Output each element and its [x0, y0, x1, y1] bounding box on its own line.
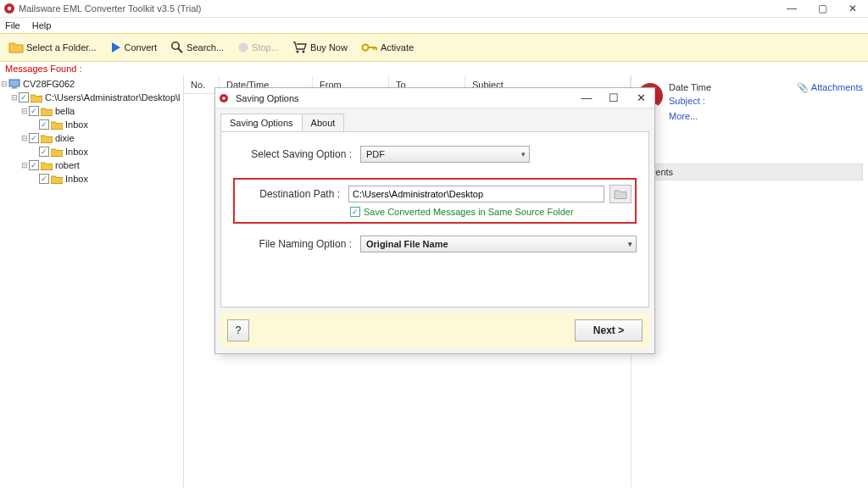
window-title: Mailsware EML Converter Toolkit v3.5 (Tr…: [19, 3, 776, 14]
collapse-icon[interactable]: ⊟: [20, 107, 29, 115]
saving-options-pane: Select Saving Option : PDF ▾ Destination…: [220, 131, 649, 308]
tree-path-label: C:\Users\Administrator\Desktop\l: [45, 92, 181, 103]
toolbar: Select a Folder... Convert Search... Sto…: [0, 33, 868, 62]
folder-icon: [614, 189, 627, 200]
messages-found-label: Messages Found :: [0, 62, 868, 75]
convert-button[interactable]: Convert: [105, 36, 163, 58]
folder-icon: [41, 107, 53, 116]
folder-icon: [8, 41, 24, 54]
search-label: Search...: [186, 42, 224, 53]
maximize-button[interactable]: ▢: [807, 0, 837, 17]
destination-path-input[interactable]: [348, 186, 604, 202]
svg-point-5: [296, 51, 298, 53]
select-folder-label: Select a Folder...: [26, 42, 97, 53]
search-button[interactable]: Search...: [165, 36, 229, 58]
file-naming-select[interactable]: Original File Name ▾: [360, 236, 637, 252]
saving-option-select[interactable]: PDF ▾: [360, 146, 530, 163]
svg-rect-8: [9, 80, 19, 86]
saving-option-value: PDF: [366, 149, 385, 159]
svg-point-2: [172, 42, 179, 49]
folder-icon: [41, 134, 53, 143]
next-button[interactable]: Next >: [575, 319, 643, 341]
checkbox[interactable]: ✓: [39, 174, 49, 184]
buy-label: Buy Now: [310, 42, 348, 53]
checkbox[interactable]: ✓: [29, 133, 39, 143]
dialog-title: Saving Options: [232, 93, 573, 103]
tab-about[interactable]: About: [302, 114, 345, 131]
saving-options-dialog: Saving Options — ☐ ✕ Saving Options Abou…: [214, 87, 655, 354]
tree-folder-label: bella: [55, 106, 75, 116]
folder-icon: [51, 120, 63, 130]
checkbox[interactable]: ✓: [39, 119, 49, 130]
dialog-maximize-button[interactable]: ☐: [600, 92, 627, 104]
tree-folder-label: robert: [55, 160, 80, 170]
tree-folder-label: dixie: [55, 133, 75, 143]
search-icon: [170, 41, 184, 54]
svg-point-1: [8, 7, 11, 10]
folder-icon: [51, 175, 63, 184]
select-folder-button[interactable]: Select a Folder...: [3, 36, 102, 58]
collapse-icon[interactable]: ⊟: [0, 80, 8, 88]
svg-rect-9: [12, 87, 17, 89]
folder-open-icon: [31, 93, 42, 103]
activate-label: Activate: [381, 42, 414, 53]
chevron-down-icon: ▾: [628, 240, 632, 248]
preview-more-link[interactable]: More...: [669, 111, 792, 121]
browse-button[interactable]: [609, 185, 632, 203]
collapse-icon[interactable]: ⊟: [20, 161, 29, 169]
same-source-label: Save Converted Messages in Same Source F…: [364, 207, 574, 217]
preview-panel: Date Time Subject : More... 📎 Attachment…: [631, 75, 868, 487]
dialog-icon: [215, 93, 232, 103]
tab-saving-options[interactable]: Saving Options: [220, 114, 303, 131]
cart-icon: [292, 41, 308, 54]
tree-root-label: CV28FG062: [23, 79, 75, 89]
close-button[interactable]: ✕: [837, 0, 868, 17]
preview-datetime: Date Time: [669, 82, 792, 92]
menubar: File Help: [0, 18, 868, 33]
help-button[interactable]: ?: [227, 319, 249, 341]
minimize-button[interactable]: —: [776, 0, 807, 17]
checkbox[interactable]: ✓: [29, 160, 39, 170]
tree-inbox-label: Inbox: [65, 119, 88, 130]
dialog-minimize-button[interactable]: —: [573, 92, 600, 104]
file-naming-value: Original File Name: [366, 239, 448, 249]
attachments-header: hments: [637, 164, 863, 180]
convert-label: Convert: [125, 42, 158, 53]
menu-help[interactable]: Help: [32, 20, 52, 30]
destination-path-label: Destination Path :: [238, 188, 348, 200]
svg-line-3: [178, 48, 182, 53]
app-icon: [3, 3, 15, 14]
destination-highlight-box: Destination Path : ✓ Save Converted Mess…: [233, 178, 637, 224]
buy-now-button[interactable]: Buy Now: [287, 36, 353, 58]
titlebar: Mailsware EML Converter Toolkit v3.5 (Tr…: [0, 0, 868, 18]
dialog-close-button[interactable]: ✕: [627, 92, 654, 104]
checkbox[interactable]: ✓: [19, 92, 29, 103]
stop-icon: [237, 42, 249, 53]
collapse-icon[interactable]: ⊟: [10, 93, 19, 102]
attachments-link[interactable]: Attachments: [811, 82, 863, 92]
checkbox[interactable]: ✓: [39, 147, 49, 157]
checkbox[interactable]: ✓: [29, 106, 39, 116]
collapse-icon[interactable]: ⊟: [20, 134, 29, 142]
menu-file[interactable]: File: [5, 20, 20, 30]
tree-inbox-label: Inbox: [65, 147, 88, 157]
file-naming-label: File Naming Option :: [233, 238, 360, 250]
activate-button[interactable]: Activate: [356, 36, 419, 58]
attachment-icon: 📎: [797, 82, 809, 92]
svg-point-4: [239, 43, 248, 53]
svg-point-7: [362, 45, 368, 51]
stop-button[interactable]: Stop...: [232, 36, 284, 58]
stop-label: Stop...: [252, 42, 279, 53]
play-icon: [110, 42, 122, 53]
folder-icon: [41, 161, 53, 170]
svg-point-6: [302, 51, 304, 53]
folder-icon: [51, 147, 63, 157]
select-saving-option-label: Select Saving Option :: [233, 148, 360, 160]
folder-tree[interactable]: ⊟ CV28FG062 ⊟ ✓ C:\Users\Administrator\D…: [0, 75, 184, 487]
preview-subject: Subject :: [669, 96, 792, 106]
computer-icon: [8, 79, 20, 89]
svg-point-13: [222, 97, 225, 100]
same-source-checkbox[interactable]: ✓: [350, 207, 360, 217]
key-icon: [361, 42, 378, 53]
tree-inbox-label: Inbox: [65, 174, 88, 184]
